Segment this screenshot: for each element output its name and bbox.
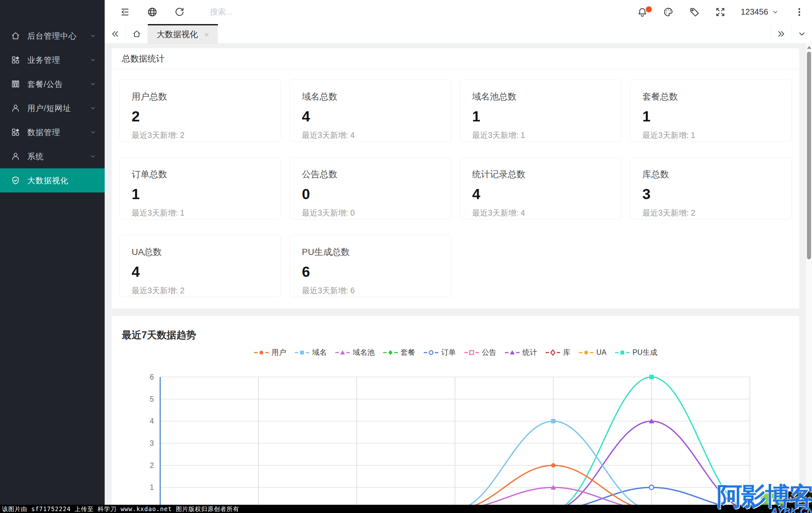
legend-item-库[interactable]: 库 (545, 348, 570, 357)
stat-card-1: 用户总数2最近3天新增: 2 (119, 80, 281, 142)
legend-item-PU生成[interactable]: PU生成 (615, 348, 657, 357)
stat-card-4: 套餐总数1最近3天新增: 1 (630, 80, 792, 142)
more-menu-icon[interactable] (793, 6, 805, 18)
sidebar-item-6[interactable]: 系统 (0, 144, 105, 168)
sidebar-item-4[interactable]: 用户/短网址 (0, 96, 105, 120)
sidebar-item-3[interactable]: 套餐/公告 (0, 72, 105, 96)
stat-card-value: 6 (302, 263, 451, 280)
tab-big-data-visualization[interactable]: 大数据视化 × (148, 24, 218, 43)
topbar: 123456 (105, 0, 812, 24)
grid-icon (11, 55, 20, 65)
sidebar-item-label: 大数据视化 (27, 175, 96, 186)
legend-label: 公告 (482, 348, 496, 357)
stat-card-8: 库总数3最近3天新增: 2 (630, 157, 792, 219)
topbar-left (105, 6, 306, 18)
notifications-button[interactable] (637, 6, 648, 18)
tabs-scroll-right-icon[interactable] (771, 24, 791, 43)
sidebar-item-label: 系统 (27, 151, 89, 162)
stat-card-7: 统计记录总数4最近3天新增: 4 (460, 157, 622, 219)
sidebar-item-label: 业务管理 (27, 55, 89, 65)
svg-text:5: 5 (150, 395, 154, 403)
chevron-down-icon (89, 153, 96, 160)
svg-text:3: 3 (150, 439, 154, 447)
legend-marker-icon (615, 349, 630, 356)
legend-item-用户[interactable]: 用户 (254, 348, 286, 357)
svg-text:2: 2 (150, 461, 154, 470)
sidebar-item-label: 后台管理中心 (27, 31, 89, 41)
legend-label: UA (596, 348, 606, 357)
scrollbar-thumb[interactable] (807, 52, 811, 259)
legend-item-域名[interactable]: 域名 (294, 348, 327, 357)
stat-card-note: 最近3天新增: 0 (302, 208, 451, 218)
username: 123456 (741, 7, 768, 17)
tabs-scroll-left-icon[interactable] (105, 24, 125, 43)
legend-marker-icon (294, 349, 310, 356)
legend-marker-icon (505, 349, 520, 356)
home-tab-icon[interactable] (125, 24, 148, 43)
stat-card-note: 最近3天新增: 4 (472, 208, 621, 218)
chevron-down-icon (89, 81, 96, 88)
legend-item-订单[interactable]: 订单 (424, 348, 456, 357)
sidebar-item-5[interactable]: 数据管理 (0, 120, 105, 144)
legend-item-套餐[interactable]: 套餐 (383, 348, 415, 357)
stat-card-value: 4 (302, 108, 451, 125)
stat-card-note: 最近3天新增: 1 (132, 208, 281, 218)
search-input[interactable] (209, 7, 306, 17)
image-credit-bar: 该图片由 sf71752224 上传至 科学刀 www.kxdao.net 图片… (0, 505, 812, 513)
tabbar: 大数据视化 × (105, 24, 812, 44)
trend-panel: 最近7天数据趋势 用户域名域名池套餐订单公告统计库UAPU生成 0123456 (112, 316, 799, 513)
legend-label: 套餐 (401, 348, 415, 357)
legend-marker-icon (579, 349, 594, 356)
stat-card-title: 域名池总数 (472, 91, 621, 103)
stat-card-title: 公告总数 (302, 168, 451, 180)
user-menu[interactable]: 123456 (741, 7, 779, 17)
svg-text:6: 6 (150, 373, 154, 381)
chevron-down-icon (89, 129, 96, 136)
stat-card-title: 套餐总数 (642, 91, 791, 103)
stat-card-title: 统计记录总数 (472, 168, 621, 180)
chevron-down-icon (89, 56, 96, 63)
main-content: 总数据统计 用户总数2最近3天新增: 2域名总数4最近3天新增: 4域名池总数1… (105, 43, 812, 513)
stat-card-title: PU生成总数 (302, 246, 451, 258)
chevron-down-icon (89, 32, 96, 39)
legend-item-统计[interactable]: 统计 (505, 348, 537, 357)
stat-card-title: 库总数 (642, 168, 791, 180)
stats-section-title: 总数据统计 (112, 48, 799, 69)
topbar-right: 123456 (637, 6, 812, 18)
stat-card-value: 4 (472, 185, 621, 203)
legend-label: 库 (563, 348, 570, 357)
sidebar-item-1[interactable]: 后台管理中心 (0, 24, 105, 48)
fullscreen-icon[interactable] (715, 6, 726, 18)
sidebar-item-label: 用户/短网址 (27, 103, 89, 114)
tab-close-icon[interactable]: × (204, 30, 209, 39)
sidebar-item-2[interactable]: 业务管理 (0, 48, 105, 72)
tabs-menu-icon[interactable] (791, 24, 812, 43)
legend-marker-icon (335, 349, 350, 356)
svg-text:1: 1 (150, 483, 154, 491)
stat-card-value: 1 (472, 108, 621, 125)
sidebar-item-7[interactable]: 大数据视化 (0, 168, 105, 192)
theme-palette-icon[interactable] (663, 6, 674, 18)
collapse-sidebar-icon[interactable] (119, 6, 131, 18)
globe-icon[interactable] (147, 6, 158, 18)
stat-card-value: 2 (132, 108, 281, 125)
user-icon (11, 152, 20, 161)
stat-card-note: 最近3天新增: 6 (302, 285, 451, 296)
legend-marker-icon (464, 349, 479, 356)
scroll-up-arrow[interactable] (807, 46, 811, 49)
tab-label: 大数据视化 (157, 29, 198, 40)
notification-dot (646, 6, 652, 12)
legend-label: 域名 (312, 348, 327, 357)
tag-icon[interactable] (689, 6, 700, 18)
app-root: 后台管理中心业务管理套餐/公告用户/短网址数据管理系统大数据视化 123456 (0, 0, 812, 513)
stat-card-9: UA总数4最近3天新增: 2 (119, 235, 281, 297)
legend-label: 域名池 (353, 348, 375, 357)
legend-item-公告[interactable]: 公告 (464, 348, 496, 357)
legend-item-域名池[interactable]: 域名池 (335, 348, 375, 357)
legend-label: 用户 (271, 348, 286, 357)
stats-cards-grid: 用户总数2最近3天新增: 2域名总数4最近3天新增: 4域名池总数1最近3天新增… (112, 69, 799, 308)
refresh-icon[interactable] (174, 6, 185, 18)
legend-label: 订单 (441, 348, 456, 357)
legend-item-UA[interactable]: UA (579, 348, 606, 357)
stat-card-value: 1 (642, 108, 791, 125)
